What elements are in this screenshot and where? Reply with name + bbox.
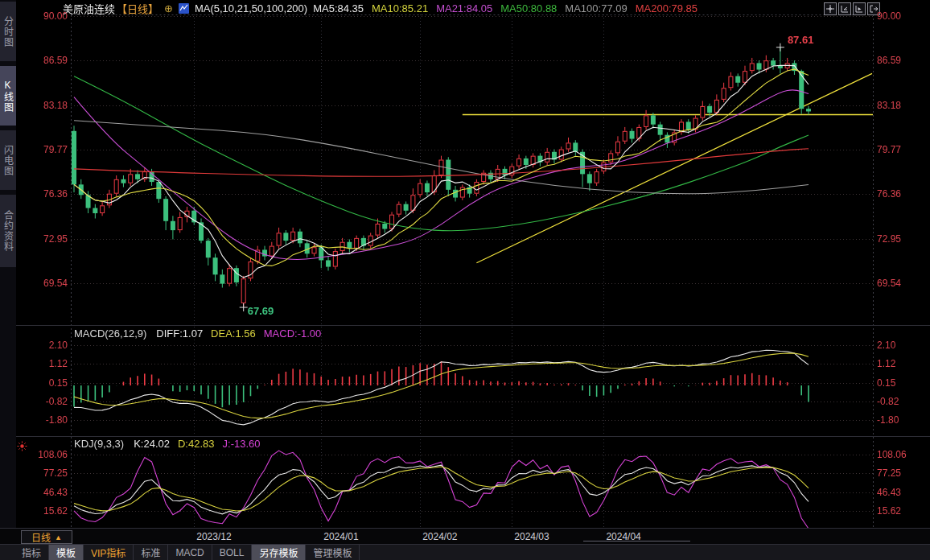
y-axis-tick-right: 76.36 bbox=[877, 188, 927, 200]
bottom-tab-6[interactable]: 另存模板 bbox=[252, 545, 306, 560]
expand-time-axis-icon[interactable] bbox=[853, 2, 866, 15]
y-axis-tick-left: -0.82 bbox=[19, 396, 68, 407]
kdj-value-2: J:-13.60 bbox=[223, 438, 261, 450]
y-axis-tick-left: 83.18 bbox=[19, 100, 68, 111]
bottom-tab-2[interactable]: VIP指标 bbox=[84, 545, 134, 560]
y-axis-tick-right: 1.12 bbox=[877, 358, 927, 369]
sidebar-item-timeshare[interactable]: 分时图 bbox=[0, 2, 16, 61]
y-axis-tick-right: 0.15 bbox=[877, 377, 927, 389]
kdj-title: KDJ(9,3,3) bbox=[74, 438, 124, 450]
y-axis-tick-right: 79.77 bbox=[877, 144, 927, 155]
y-axis-tick-left: 86.59 bbox=[19, 55, 68, 66]
y-axis-tick-left: 108.06 bbox=[19, 449, 68, 460]
period-tag: 【日线】 bbox=[117, 1, 158, 16]
ma-value-1: MA10:85.21 bbox=[372, 2, 428, 14]
macd-title: MACD(26,12,9) bbox=[74, 327, 146, 340]
x-axis-tick: 2023/12 bbox=[196, 531, 231, 542]
x-axis-tick: 2024/03 bbox=[514, 531, 549, 542]
macd-value-1: DEA:1.56 bbox=[211, 327, 256, 340]
shrink-time-axis-icon[interactable] bbox=[838, 2, 851, 15]
y-axis-tick-left: 15.62 bbox=[19, 505, 68, 517]
x-axis-tick: 2024/02 bbox=[422, 531, 457, 542]
y-axis-tick-right: 2.10 bbox=[877, 340, 927, 351]
y-axis-tick-left: 69.54 bbox=[19, 278, 68, 289]
y-axis-tick-left: 1.12 bbox=[19, 358, 68, 369]
y-axis-tick-left: 72.95 bbox=[19, 233, 68, 245]
bottom-tab-1[interactable]: 模板 bbox=[49, 545, 84, 560]
y-axis-tick-right: 86.59 bbox=[877, 55, 927, 66]
y-axis-tick-left: 77.25 bbox=[19, 467, 68, 479]
y-axis-tick-right: 72.95 bbox=[877, 233, 927, 245]
bottom-tab-3[interactable]: 标准 bbox=[134, 545, 168, 560]
sidebar-item-kline[interactable]: K线图 bbox=[0, 66, 16, 126]
bottom-tab-7[interactable]: 管理模板 bbox=[306, 545, 360, 560]
bottom-tab-4[interactable]: MACD bbox=[168, 545, 212, 560]
y-axis-tick-right: 108.06 bbox=[877, 449, 927, 460]
mini-chart-icon bbox=[179, 3, 189, 14]
y-axis-tick-left: 76.36 bbox=[19, 188, 68, 200]
y-axis-tick-right: 15.62 bbox=[877, 505, 927, 517]
y-axis-tick-left: 2.10 bbox=[19, 340, 68, 351]
kdj-pane-header: KDJ(9,3,3) K:24.02D:42.83J:-13.60 bbox=[74, 438, 261, 450]
period-selector-label: 日线 bbox=[31, 530, 51, 544]
time-axis: 日线 ▲ 2023/122024/012024/022024/032024/04 bbox=[0, 528, 930, 545]
chart-toolbar bbox=[824, 2, 880, 15]
ma-values: MA5:84.35MA10:85.21MA21:84.05MA50:80.88M… bbox=[313, 2, 698, 14]
kdj-value-0: K:24.02 bbox=[134, 438, 170, 450]
symbol-title: 美原油连续 bbox=[63, 1, 115, 16]
expand-indicator-icon[interactable]: ⊕ bbox=[164, 3, 173, 14]
y-axis-tick-left: 0.15 bbox=[19, 377, 68, 389]
crosshair-tool-icon[interactable] bbox=[824, 2, 837, 15]
macd-value-2: MACD:-1.00 bbox=[264, 327, 322, 340]
y-axis-tick-left: 90.00 bbox=[19, 10, 68, 22]
ma-value-3: MA50:80.88 bbox=[500, 2, 557, 14]
chart-type-sidebar: 分时图K线图闪电图合约资料 bbox=[0, 0, 16, 528]
high-price-annotation: 87.61 bbox=[788, 34, 814, 46]
macd-value-0: DIFF:1.07 bbox=[156, 327, 203, 340]
bottom-tab-0[interactable]: 指标 bbox=[14, 545, 49, 560]
y-axis-tick-right: -0.82 bbox=[877, 396, 927, 407]
period-selector[interactable]: 日线 ▲ bbox=[21, 530, 72, 544]
y-axis-tick-left: 46.43 bbox=[19, 487, 68, 498]
macd-values: DIFF:1.07DEA:1.56MACD:-1.00 bbox=[156, 327, 321, 340]
y-axis-tick-right: 90.00 bbox=[877, 10, 927, 22]
ma-value-0: MA5:84.35 bbox=[313, 2, 364, 14]
macd-pane-header: MACD(26,12,9) DIFF:1.07DEA:1.56MACD:-1.0… bbox=[74, 327, 321, 340]
kdj-value-1: D:42.83 bbox=[178, 438, 215, 450]
candlestick-chart-canvas[interactable] bbox=[0, 0, 930, 560]
chart-header: 美原油连续 【日线】 ⊕ MA(5,10,21,50,100,200) MA5:… bbox=[63, 2, 698, 14]
kdj-values: K:24.02D:42.83J:-13.60 bbox=[134, 438, 260, 450]
y-axis-tick-right: 69.54 bbox=[877, 278, 927, 289]
y-axis-tick-right: 46.43 bbox=[877, 487, 927, 498]
y-axis-tick-right: -1.80 bbox=[877, 414, 927, 426]
chevron-up-icon: ▲ bbox=[55, 533, 62, 541]
ma-value-2: MA21:84.05 bbox=[436, 2, 492, 14]
sidebar-item-lightning[interactable]: 闪电图 bbox=[0, 130, 16, 190]
y-axis-tick-left: 79.77 bbox=[19, 144, 68, 155]
ma-value-5: MA200:79.85 bbox=[636, 2, 698, 14]
y-axis-tick-right: 77.25 bbox=[877, 467, 927, 479]
y-axis-tick-right: 83.18 bbox=[877, 100, 927, 111]
low-price-annotation: 67.69 bbox=[248, 305, 274, 317]
time-scrollbar[interactable] bbox=[583, 541, 690, 541]
ma-value-4: MA100:77.09 bbox=[565, 2, 627, 14]
bottom-tab-5[interactable]: BOLL bbox=[212, 545, 253, 560]
chart-window: 分时图K线图闪电图合约资料 美原油连续 【日线】 ⊕ MA(5,10,21,50… bbox=[0, 0, 930, 560]
template-tab-bar: 指标模板VIP指标标准MACDBOLL另存模板管理模板 bbox=[0, 545, 930, 560]
y-axis-tick-left: -1.80 bbox=[19, 414, 68, 426]
sidebar-item-contract-info[interactable]: 合约资料 bbox=[0, 195, 16, 267]
x-axis-tick: 2024/01 bbox=[323, 531, 358, 542]
ma-params-label: MA(5,10,21,50,100,200) bbox=[195, 2, 307, 14]
